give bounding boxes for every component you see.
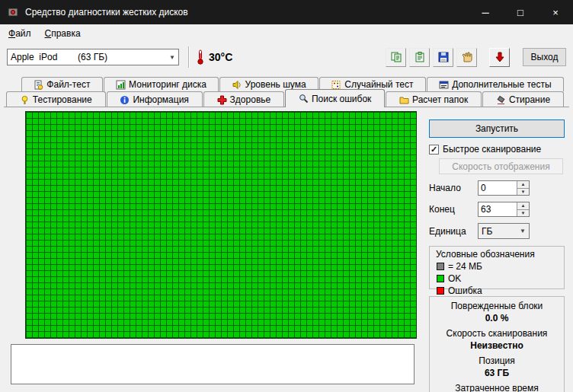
tab-label: Случайный тест [344, 79, 413, 90]
folder-icon [399, 95, 409, 105]
floppy-icon [437, 51, 450, 63]
drive-select[interactable]: Apple iPod (63 ГБ) ▼ [7, 49, 179, 65]
dropdown-arrow-icon: ▼ [517, 228, 529, 234]
tab-file-test[interactable]: Файл-тест [21, 77, 103, 91]
display-speed-button[interactable]: Скорость отображения [439, 158, 563, 174]
report-button[interactable] [386, 48, 406, 67]
start-field-row: Начало 0 ▲ ▼ [429, 180, 565, 196]
start-value-input[interactable]: 0 ▲ ▼ [478, 180, 530, 196]
tab-label: Стирание [509, 94, 550, 105]
stats-groupbox: Поврежденные блоки 0.0 % Скорость сканир… [429, 296, 565, 392]
save-button[interactable] [433, 48, 453, 67]
unit-value: ГБ [479, 226, 517, 237]
window-controls: ─ □ × [468, 0, 573, 24]
tab-testing[interactable]: Тестирование [6, 91, 106, 107]
tab-label: Здоровье [230, 94, 271, 105]
search-icon [299, 94, 309, 104]
disk-monitor-icon [116, 80, 126, 90]
hand-tool-icon [461, 51, 473, 63]
download-button[interactable] [489, 48, 510, 67]
end-value-input[interactable]: 63 ▲ ▼ [478, 202, 530, 217]
tab-health[interactable]: Здоровье [203, 91, 284, 107]
clipboard-icon [414, 51, 426, 63]
tab-label: Расчет папок [412, 94, 468, 105]
drive-select-value: Apple iPod (63 ГБ) [8, 52, 166, 62]
end-spinner: ▲ ▼ [517, 202, 529, 216]
tab-label: Информация [133, 94, 188, 105]
app-window: Средство диагностики жестких дисков ─ □ … [0, 0, 573, 392]
tab-erase[interactable]: Стирание [482, 91, 564, 107]
legend-label: = 24 МБ [448, 261, 482, 272]
menubar: Файл Справка [0, 24, 573, 43]
erase-icon [496, 95, 506, 105]
unit-label: Единица [429, 226, 478, 237]
log-list[interactable] [11, 344, 415, 384]
scan-speed-label: Скорость сканирования [430, 328, 564, 339]
thermometer-icon [196, 49, 205, 65]
tab-additional-tests[interactable]: Дополнительные тесты [427, 77, 564, 91]
toolbar-buttons: Выход [383, 48, 566, 67]
legend-item-ok: OK [430, 273, 564, 284]
titlebar: Средство диагностики жестких дисков ─ □ … [0, 0, 573, 24]
quick-scan-label: Быстрое сканирование [443, 144, 541, 155]
legend-item-block: = 24 МБ [430, 261, 564, 272]
additional-tests-icon [439, 80, 449, 90]
toolbar: Apple iPod (63 ГБ) ▼ 30°C [0, 43, 573, 72]
window-title: Средство диагностики жестких дисков [25, 7, 188, 18]
end-field-row: Конец 63 ▲ ▼ [429, 202, 565, 217]
document-copy-icon [390, 51, 402, 63]
end-value: 63 [479, 202, 517, 216]
app-icon [7, 6, 19, 18]
tab-row-primary: Тестирование Информация Здоровье Поиск о… [6, 91, 565, 107]
menu-help[interactable]: Справка [38, 26, 88, 41]
tab-label: Мониторинг диска [129, 79, 206, 90]
spin-up-icon[interactable]: ▲ [517, 202, 529, 209]
tab-folder-calc[interactable]: Расчет папок [386, 91, 482, 107]
maximize-button[interactable]: □ [503, 0, 538, 24]
damaged-blocks-label: Поврежденные блоки [430, 301, 564, 311]
error-swatch [437, 287, 444, 295]
toolbar-divider [188, 46, 190, 68]
legend-label: OK [448, 273, 461, 284]
tools-button[interactable] [456, 48, 477, 67]
exit-button[interactable]: Выход [523, 48, 566, 66]
tab-label: Файл-тест [46, 79, 90, 90]
position-label: Позиция [430, 355, 564, 366]
tab-label: Дополнительные тесты [452, 79, 551, 90]
tab-label: Уровень шума [245, 79, 306, 90]
minimize-button[interactable]: ─ [468, 0, 503, 24]
spin-down-icon[interactable]: ▼ [517, 209, 529, 217]
menu-file[interactable]: Файл [2, 26, 38, 41]
tab-information[interactable]: Информация [107, 91, 203, 107]
checkbox-check-icon[interactable]: ✓ [429, 145, 439, 155]
scan-speed-value: Неизвестно [430, 340, 564, 351]
file-test-icon [34, 80, 43, 90]
spin-up-icon[interactable]: ▲ [517, 181, 529, 188]
quick-scan-checkbox[interactable]: ✓ Быстрое сканирование [429, 144, 565, 155]
tab-error-search[interactable]: Поиск ошибок [285, 89, 385, 107]
ok-swatch [437, 275, 444, 282]
down-arrow-icon [495, 52, 505, 62]
copy-button[interactable] [409, 48, 430, 67]
end-label: Конец [429, 204, 478, 215]
tab-label: Поиск ошибок [312, 94, 371, 104]
tab-disk-monitor[interactable]: Мониторинг диска [104, 77, 219, 91]
random-test-icon [331, 80, 341, 90]
spin-down-icon[interactable]: ▼ [517, 188, 529, 196]
unit-field-row: Единица ГБ ▼ [429, 223, 565, 239]
health-cross-icon [217, 95, 227, 105]
scan-control-panel: Запустить ✓ Быстрое сканирование Скорост… [429, 120, 565, 392]
start-scan-button[interactable]: Запустить [429, 120, 565, 138]
legend-item-error: Ошибка [430, 285, 564, 296]
unit-select[interactable]: ГБ ▼ [478, 223, 530, 239]
temperature-value: 30°C [209, 51, 232, 63]
elapsed-time-label: Затраченное время [430, 383, 564, 392]
tab-label: Тестирование [33, 94, 92, 105]
info-icon [120, 95, 130, 105]
legend-label: Ошибка [448, 285, 482, 296]
close-button[interactable]: × [538, 0, 573, 24]
dropdown-arrow-icon: ▼ [166, 54, 178, 61]
speaker-icon [232, 80, 242, 90]
start-label: Начало [429, 183, 478, 193]
start-value: 0 [479, 181, 517, 195]
